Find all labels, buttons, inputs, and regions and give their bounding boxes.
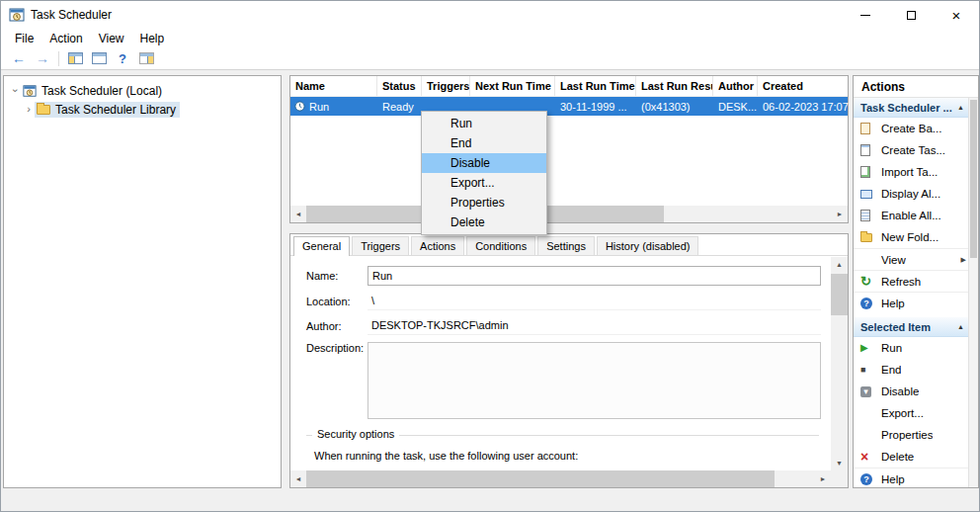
scroll-right-icon[interactable]: ► bbox=[832, 211, 848, 217]
menu-help[interactable]: Help bbox=[132, 30, 173, 47]
column-header-triggers[interactable]: Triggers bbox=[422, 76, 470, 96]
tab-triggers[interactable]: Triggers bbox=[352, 236, 409, 255]
menu-action[interactable]: Action bbox=[41, 30, 90, 47]
tree-item-task-scheduler-local[interactable]: › Task Scheduler (Local) bbox=[4, 81, 281, 100]
minimize-icon bbox=[860, 15, 870, 16]
show-console-tree-button[interactable] bbox=[63, 48, 87, 68]
expander-icon[interactable]: › bbox=[10, 85, 21, 97]
action-end[interactable]: ■ End bbox=[854, 359, 978, 381]
column-header-last-run-result[interactable]: Last Run Result bbox=[636, 76, 713, 96]
show-console-tree-icon bbox=[68, 52, 83, 64]
context-menu-run[interactable]: Run bbox=[422, 114, 546, 133]
help-icon: ? bbox=[860, 471, 877, 487]
task-row-run[interactable]: Run Ready 30-11-1999 ... (0x41303) DESK.… bbox=[290, 97, 848, 116]
delete-icon: × bbox=[860, 449, 877, 465]
column-header-next-run-time[interactable]: Next Run Time bbox=[470, 76, 555, 96]
scroll-right-icon[interactable]: ► bbox=[815, 475, 831, 482]
tab-settings[interactable]: Settings bbox=[537, 236, 595, 255]
column-header-last-run-time[interactable]: Last Run Time bbox=[555, 76, 636, 96]
action-new-folder[interactable]: New Fold... bbox=[854, 226, 978, 248]
action-run[interactable]: ▶ Run bbox=[854, 337, 978, 359]
action-display-all-running-tasks[interactable]: Display Al... bbox=[854, 183, 978, 205]
scrollbar-thumb[interactable] bbox=[831, 274, 848, 315]
create-basic-task-icon bbox=[860, 121, 877, 136]
collapse-icon[interactable]: ▲ bbox=[957, 323, 964, 330]
column-header-name[interactable]: Name bbox=[290, 76, 377, 96]
group-header-label: Task Scheduler ... bbox=[860, 102, 952, 114]
window-title: Task Scheduler bbox=[31, 8, 112, 22]
actions-group-selected-item[interactable]: Selected Item ▲ bbox=[854, 317, 978, 337]
task-created: 06-02-2023 17:07:4... bbox=[758, 101, 850, 113]
action-import-task[interactable]: Import Ta... bbox=[854, 161, 978, 183]
scrollbar-thumb[interactable] bbox=[970, 100, 977, 258]
show-action-pane-button[interactable] bbox=[134, 48, 158, 68]
horizontal-scrollbar[interactable]: ◄ ► bbox=[290, 470, 831, 487]
titlebar: Task Scheduler × bbox=[1, 1, 979, 29]
context-menu-delete[interactable]: Delete bbox=[422, 213, 546, 232]
scrollbar-thumb[interactable] bbox=[306, 470, 775, 487]
column-header-created[interactable]: Created bbox=[758, 76, 850, 96]
actions-group-task-scheduler[interactable]: Task Scheduler ... ▲ bbox=[854, 98, 978, 118]
forward-button[interactable]: → bbox=[31, 48, 54, 68]
maximize-button[interactable] bbox=[888, 1, 934, 29]
submenu-arrow-icon: ▶ bbox=[961, 256, 966, 264]
action-delete[interactable]: × Delete bbox=[854, 446, 978, 468]
scrollbar-track[interactable] bbox=[306, 206, 832, 222]
context-menu-properties[interactable]: Properties bbox=[422, 193, 546, 213]
minimize-button[interactable] bbox=[843, 1, 888, 29]
menu-view[interactable]: View bbox=[91, 30, 132, 47]
action-export[interactable]: Export... bbox=[854, 402, 978, 424]
back-arrow-icon: ← bbox=[12, 51, 26, 65]
back-button[interactable]: ← bbox=[7, 48, 31, 68]
action-view[interactable]: View ▶ bbox=[854, 248, 978, 270]
column-header-status[interactable]: Status bbox=[377, 76, 422, 96]
name-input[interactable] bbox=[368, 266, 821, 286]
description-label: Description: bbox=[306, 342, 368, 354]
help-button[interactable]: ? bbox=[111, 48, 134, 68]
tab-general[interactable]: General bbox=[293, 236, 350, 256]
scroll-up-icon[interactable]: ▲ bbox=[831, 257, 848, 272]
tree-item-task-scheduler-library[interactable]: › Task Scheduler Library bbox=[4, 100, 281, 119]
window-button[interactable] bbox=[87, 48, 111, 68]
help-icon: ? bbox=[119, 51, 126, 66]
expander-icon[interactable]: › bbox=[23, 104, 35, 115]
context-menu-export[interactable]: Export... bbox=[422, 173, 546, 193]
menu-file[interactable]: File bbox=[7, 30, 41, 47]
tab-conditions[interactable]: Conditions bbox=[466, 236, 535, 255]
author-value: DESKTOP-TKJSRCF\admin bbox=[368, 317, 821, 335]
action-create-task[interactable]: Create Tas... bbox=[854, 139, 978, 161]
action-refresh[interactable]: ↻ Refresh bbox=[854, 270, 978, 292]
close-button[interactable]: × bbox=[934, 1, 979, 29]
security-options-label: Security options bbox=[312, 428, 399, 440]
scroll-left-icon[interactable]: ◄ bbox=[290, 475, 306, 482]
action-disable[interactable]: ▾ Disable bbox=[854, 381, 978, 402]
create-task-icon bbox=[860, 142, 877, 158]
scroll-left-icon[interactable]: ◄ bbox=[290, 211, 306, 217]
help-icon: ? bbox=[860, 296, 877, 311]
context-menu-end[interactable]: End bbox=[422, 133, 546, 153]
action-help[interactable]: ? Help bbox=[854, 292, 978, 313]
actions-scrollbar[interactable] bbox=[968, 98, 978, 487]
toolbar: ← → ? bbox=[1, 47, 979, 70]
context-menu-disable[interactable]: Disable bbox=[422, 153, 546, 173]
horizontal-scrollbar[interactable]: ◄ ► bbox=[290, 206, 848, 222]
disable-icon: ▾ bbox=[860, 384, 877, 399]
close-icon: × bbox=[952, 8, 961, 23]
collapse-icon[interactable]: ▲ bbox=[957, 104, 964, 111]
action-properties[interactable]: Properties bbox=[854, 424, 978, 446]
view-icon-placeholder bbox=[860, 252, 877, 268]
vertical-scrollbar[interactable]: ▲ ▼ bbox=[831, 257, 848, 470]
tabstrip: General Triggers Actions Conditions Sett… bbox=[290, 234, 848, 256]
action-help-selected[interactable]: ? Help bbox=[854, 468, 978, 488]
run-icon: ▶ bbox=[860, 340, 877, 356]
enable-all-tasks-history-icon bbox=[860, 208, 877, 223]
column-header-author[interactable]: Author bbox=[713, 76, 758, 96]
action-create-basic-task[interactable]: Create Ba... bbox=[854, 118, 978, 139]
action-enable-all-tasks-history[interactable]: Enable All... bbox=[854, 205, 978, 226]
scrollbar-track[interactable] bbox=[306, 470, 815, 487]
task-author: DESK... bbox=[713, 101, 758, 113]
scroll-down-icon[interactable]: ▼ bbox=[831, 456, 848, 470]
scrollbar-track[interactable] bbox=[831, 272, 848, 456]
task-scheduler-app-icon bbox=[9, 7, 25, 23]
tab-actions[interactable]: Actions bbox=[411, 236, 464, 255]
